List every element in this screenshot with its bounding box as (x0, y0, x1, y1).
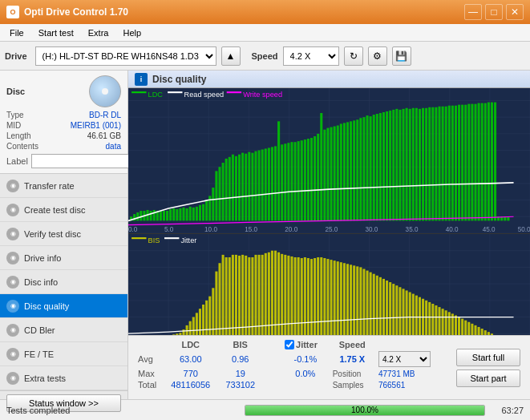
speed-dropdown[interactable]: 4.2 X (378, 351, 431, 367)
settings-button[interactable]: ⚙ (368, 46, 387, 66)
fe-te-icon: ◉ (6, 348, 19, 361)
svg-rect-228 (179, 333, 181, 335)
svg-rect-282 (356, 266, 358, 335)
svg-rect-70 (199, 205, 201, 221)
start-full-button[interactable]: Start full (456, 349, 520, 366)
svg-rect-86 (251, 153, 253, 221)
svg-rect-51 (136, 212, 139, 220)
disc-label-input[interactable] (31, 154, 140, 168)
svg-rect-270 (317, 257, 319, 335)
svg-rect-116 (350, 121, 352, 220)
svg-rect-276 (337, 261, 339, 335)
svg-rect-139 (425, 108, 427, 221)
save-button[interactable]: 💾 (392, 46, 411, 66)
jitter-check-cell[interactable]: Jitter (281, 339, 330, 350)
sidebar-item-verify-test-disc[interactable]: ◉ Verify test disc (0, 222, 127, 246)
svg-rect-232 (192, 317, 195, 335)
svg-rect-118 (356, 119, 358, 220)
svg-rect-286 (370, 273, 372, 335)
speed-select[interactable]: 4.2 X (283, 46, 339, 66)
svg-rect-105 (314, 136, 316, 220)
contents-value: data (106, 142, 121, 151)
svg-rect-119 (359, 118, 362, 220)
fe-te-label: FE / TE (24, 349, 54, 359)
svg-rect-293 (392, 284, 394, 335)
svg-rect-297 (406, 290, 408, 335)
svg-text:25.0: 25.0 (325, 226, 338, 233)
svg-rect-247 (241, 255, 244, 335)
svg-rect-81 (235, 156, 237, 221)
length-label: Length (6, 131, 31, 140)
max-jitter: 0.0% (281, 368, 330, 379)
svg-rect-305 (431, 304, 434, 335)
sidebar-item-transfer-rate[interactable]: ◉ Transfer rate (0, 174, 127, 198)
svg-rect-306 (435, 305, 437, 335)
svg-rect-146 (448, 106, 451, 221)
svg-rect-92 (271, 147, 273, 220)
drive-select[interactable]: (H:) HL-DT-ST BD-RE WH16NS48 1.D3 (35, 46, 216, 66)
progress-bar-container: 100.0% (245, 405, 485, 416)
svg-rect-283 (359, 267, 362, 335)
svg-rect-115 (346, 122, 349, 220)
svg-rect-78 (225, 159, 228, 221)
svg-rect-61 (169, 209, 172, 220)
svg-rect-274 (330, 260, 333, 335)
svg-rect-314 (461, 319, 463, 335)
svg-rect-109 (326, 128, 329, 221)
jitter-checkbox[interactable] (285, 340, 294, 349)
svg-rect-56 (153, 210, 156, 220)
svg-rect-97 (287, 143, 289, 220)
disc-panel: Disc Type BD-R DL MID MEIRB1 (001) Lengt… (0, 71, 127, 174)
samples-value: 766561 (375, 379, 447, 390)
svg-rect-273 (326, 259, 329, 335)
svg-rect-157 (484, 103, 487, 221)
start-part-button[interactable]: Start part (456, 370, 520, 387)
svg-rect-285 (366, 270, 369, 335)
svg-rect-281 (353, 265, 355, 335)
menu-help[interactable]: Help (116, 26, 148, 39)
title-bar: O Opti Drive Control 1.70 — □ ✕ (0, 0, 530, 24)
svg-rect-226 (172, 334, 175, 335)
disc-quality-icon-header: i (135, 73, 148, 86)
close-button[interactable]: ✕ (506, 4, 524, 20)
sidebar-item-drive-info[interactable]: ◉ Drive info (0, 246, 127, 270)
menu-start-test[interactable]: Start test (32, 26, 80, 39)
svg-rect-278 (343, 263, 346, 335)
svg-rect-251 (254, 255, 257, 335)
minimize-button[interactable]: — (464, 4, 482, 20)
sidebar-item-fe-te[interactable]: ◉ FE / TE (0, 342, 127, 366)
sidebar-item-cd-bler[interactable]: ◉ CD Bler (0, 318, 127, 342)
svg-rect-69 (196, 207, 198, 221)
svg-rect-167 (168, 91, 182, 93)
menu-extra[interactable]: Extra (82, 26, 115, 39)
jitter-label: Jitter (296, 340, 318, 349)
sidebar-item-extra-tests[interactable]: ◉ Extra tests (0, 366, 127, 390)
svg-rect-87 (254, 151, 257, 221)
svg-text:Read speed: Read speed (184, 91, 225, 99)
svg-rect-158 (488, 103, 490, 221)
eject-button[interactable]: ▲ (221, 46, 241, 66)
svg-rect-152 (467, 104, 470, 221)
status-text: Tests completed (6, 406, 238, 415)
svg-rect-272 (323, 258, 326, 335)
sidebar-item-disc-quality[interactable]: ◉ Disc quality (0, 294, 127, 318)
svg-rect-144 (442, 107, 444, 221)
sidebar-item-create-test-disc[interactable]: ◉ Create test disc (0, 198, 127, 222)
svg-rect-77 (222, 163, 225, 220)
svg-rect-165 (131, 91, 146, 93)
maximize-button[interactable]: □ (485, 4, 503, 20)
sidebar-item-disc-info[interactable]: ◉ Disc info (0, 270, 127, 294)
svg-rect-131 (399, 110, 401, 221)
svg-rect-52 (140, 211, 142, 220)
total-ldc: 48116056 (163, 379, 218, 390)
ldc-header: LDC (163, 339, 218, 350)
svg-rect-238 (212, 288, 214, 335)
disc-icon (89, 75, 121, 107)
svg-rect-265 (301, 258, 303, 335)
svg-rect-256 (271, 251, 273, 335)
drive-info-label: Drive info (24, 253, 61, 263)
menu-file[interactable]: File (3, 26, 30, 39)
svg-rect-128 (389, 111, 391, 221)
svg-rect-143 (438, 107, 440, 221)
refresh-button[interactable]: ↻ (344, 46, 363, 66)
